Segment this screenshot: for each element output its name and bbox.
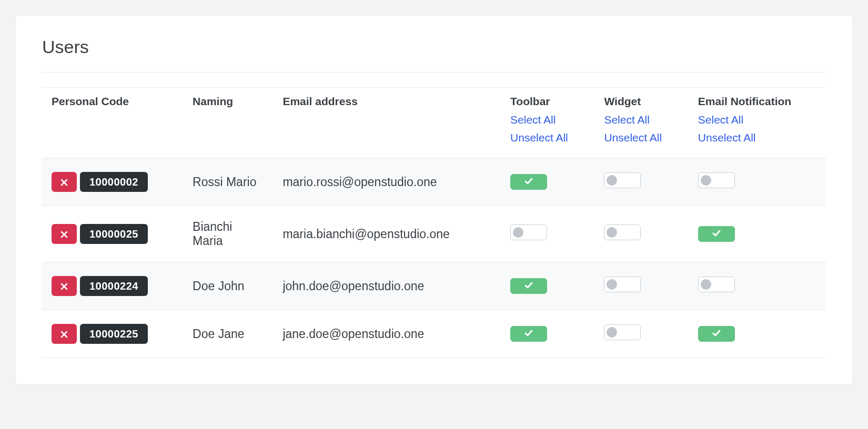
col-toolbar: Toolbar Select All Unselect All xyxy=(501,88,594,158)
toolbar-toggle[interactable] xyxy=(510,278,547,294)
widget-toggle[interactable] xyxy=(604,277,641,292)
cell-personal-code: 10000002 xyxy=(42,158,183,206)
email-notification-header-links: Select All Unselect All xyxy=(698,111,816,146)
cell-personal-code: 10000025 xyxy=(42,206,183,262)
cell-personal-code: 10000225 xyxy=(42,310,183,358)
cell-toolbar xyxy=(501,158,594,206)
cell-naming: Doe John xyxy=(183,262,273,310)
cell-naming: Doe Jane xyxy=(183,310,273,358)
cell-email-notification xyxy=(689,158,826,206)
check-icon xyxy=(711,327,722,341)
check-icon xyxy=(523,175,534,189)
code-badge: 10000225 xyxy=(80,324,148,344)
toolbar-toggle[interactable] xyxy=(510,224,547,240)
toggle-knob xyxy=(607,175,617,186)
col-widget: Widget Select All Unselect All xyxy=(594,88,688,158)
remove-button[interactable] xyxy=(52,172,77,192)
toolbar-select-all[interactable]: Select All xyxy=(510,111,585,129)
col-personal-code: Personal Code xyxy=(42,88,183,158)
email-notification-toggle[interactable] xyxy=(698,172,735,188)
cell-email-notification xyxy=(689,206,826,262)
toolbar-header-links: Select All Unselect All xyxy=(510,111,585,146)
table-row: 10000224Doe Johnjohn.doe@openstudio.one xyxy=(42,262,826,310)
cell-email: mario.rossi@openstudio.one xyxy=(273,158,501,206)
email-notification-toggle[interactable] xyxy=(698,277,735,292)
col-email-notification: Email Notification Select All Unselect A… xyxy=(689,88,826,158)
col-email: Email address xyxy=(273,88,501,158)
users-table: Personal Code Naming Email address Toolb… xyxy=(42,87,826,358)
close-icon xyxy=(60,279,68,293)
toggle-knob xyxy=(607,227,617,238)
cell-widget xyxy=(594,262,688,310)
divider xyxy=(42,72,826,73)
cell-toolbar xyxy=(501,262,594,310)
cell-toolbar xyxy=(501,206,594,262)
email-notification-toggle[interactable] xyxy=(698,326,735,342)
cell-email-notification xyxy=(689,262,826,310)
email-notification-select-all[interactable]: Select All xyxy=(698,111,816,129)
email-notification-toggle[interactable] xyxy=(698,226,735,242)
table-row: 10000025Bianchi Mariamaria.bianchi@opens… xyxy=(42,206,826,262)
cell-widget xyxy=(594,158,688,206)
email-notification-unselect-all[interactable]: Unselect All xyxy=(698,129,816,147)
widget-toggle[interactable] xyxy=(604,172,641,188)
toggle-knob xyxy=(701,175,711,186)
remove-button[interactable] xyxy=(52,276,77,296)
remove-button[interactable] xyxy=(52,224,77,244)
check-icon xyxy=(523,327,534,341)
close-icon xyxy=(60,227,68,241)
close-icon xyxy=(60,327,68,341)
toolbar-toggle[interactable] xyxy=(510,326,547,342)
cell-naming: Rossi Mario xyxy=(183,158,273,206)
toggle-knob xyxy=(513,227,523,238)
table-header-row: Personal Code Naming Email address Toolb… xyxy=(42,88,826,158)
code-badge: 10000002 xyxy=(80,172,148,192)
check-icon xyxy=(523,279,534,293)
widget-header-links: Select All Unselect All xyxy=(604,111,679,146)
cell-naming: Bianchi Maria xyxy=(183,206,273,262)
cell-email: john.doe@openstudio.one xyxy=(273,262,501,310)
widget-toggle[interactable] xyxy=(604,324,641,340)
cell-email-notification xyxy=(689,310,826,358)
cell-toolbar xyxy=(501,310,594,358)
remove-button[interactable] xyxy=(52,324,77,344)
close-icon xyxy=(60,175,68,189)
toolbar-toggle[interactable] xyxy=(510,174,547,190)
users-card: Users Personal Code Naming Email address… xyxy=(16,16,852,384)
table-row: 10000225Doe Janejane.doe@openstudio.one xyxy=(42,310,826,358)
cell-email: maria.bianchi@openstudio.one xyxy=(273,206,501,262)
widget-select-all[interactable]: Select All xyxy=(604,111,679,129)
cell-widget xyxy=(594,310,688,358)
col-naming: Naming xyxy=(183,88,273,158)
table-row: 10000002Rossi Mariomario.rossi@openstudi… xyxy=(42,158,826,206)
toggle-knob xyxy=(607,279,617,290)
toggle-knob xyxy=(607,327,617,338)
toolbar-unselect-all[interactable]: Unselect All xyxy=(510,129,585,147)
widget-unselect-all[interactable]: Unselect All xyxy=(604,129,679,147)
toggle-knob xyxy=(701,279,711,290)
table-body: 10000002Rossi Mariomario.rossi@openstudi… xyxy=(42,158,826,358)
cell-widget xyxy=(594,206,688,262)
cell-email: jane.doe@openstudio.one xyxy=(273,310,501,358)
cell-personal-code: 10000224 xyxy=(42,262,183,310)
code-badge: 10000025 xyxy=(80,224,148,244)
check-icon xyxy=(711,227,722,241)
code-badge: 10000224 xyxy=(80,276,148,296)
widget-toggle[interactable] xyxy=(604,224,641,240)
page-title: Users xyxy=(42,37,826,57)
